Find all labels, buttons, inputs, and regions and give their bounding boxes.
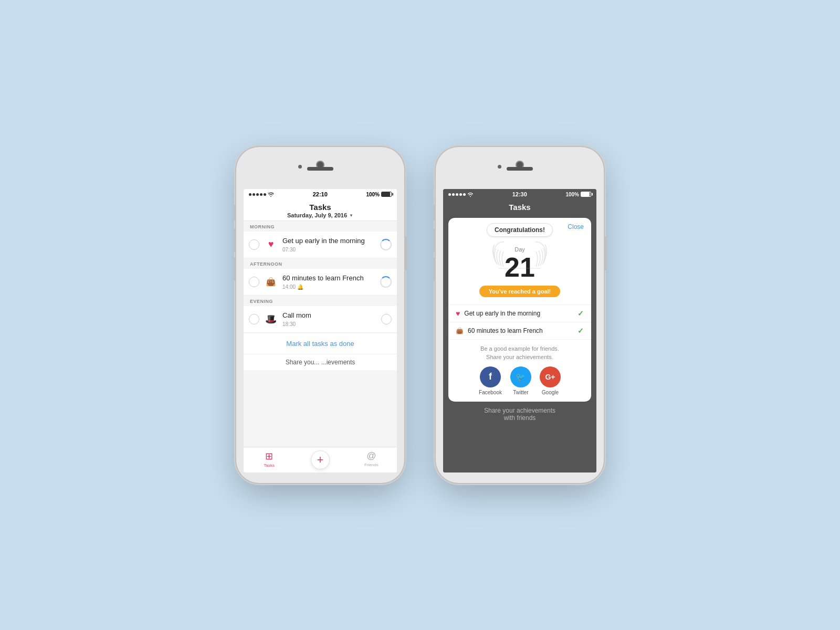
task-progress-afternoon: [380, 276, 392, 288]
twitter-icon: 🐦: [510, 366, 531, 387]
signal-dots-right: [448, 193, 466, 196]
completed-task-morning: ♥ Get up early in the morning ✓: [448, 304, 591, 322]
modal-overlay: Congratulations! Close: [443, 214, 596, 472]
volume-down-button: [234, 257, 236, 281]
signal-area: [249, 192, 274, 197]
volume-up-right: [433, 228, 436, 252]
task-time-evening: 18:30: [282, 321, 377, 327]
google-share[interactable]: G+ Google: [540, 366, 561, 395]
mute-button-right: [433, 205, 436, 220]
tab-add[interactable]: +: [295, 449, 345, 470]
plus-icon: +: [317, 454, 324, 466]
task-item-evening[interactable]: 🎩 Call mom 18:30: [244, 306, 397, 333]
section-evening: EVENING: [244, 296, 397, 306]
task-checkbox-morning[interactable]: [249, 239, 259, 250]
twitter-share[interactable]: 🐦 Twitter: [510, 366, 531, 395]
task-checkbox-afternoon[interactable]: [249, 277, 259, 287]
tasks-tab-icon: ⊞: [265, 450, 273, 462]
google-icon: G+: [540, 366, 561, 387]
task-name-afternoon: 60 minutes to learn French: [282, 274, 376, 283]
status-time-right: 12:30: [512, 191, 527, 197]
date-subtitle: Saturday, July 9, 2016 ▼: [249, 212, 392, 218]
volume-down-right: [433, 257, 436, 281]
alarm-icon: 🔔: [297, 284, 303, 290]
tasks-tab-label: Tasks: [264, 463, 274, 468]
share-section: Be a good example for friends.Share your…: [448, 339, 591, 402]
laurel-icon: [491, 239, 549, 271]
nav-header-left: Tasks Saturday, July 9, 2016 ▼: [244, 200, 397, 221]
task-checkbox-evening-right[interactable]: [381, 314, 392, 324]
bag-icon: 👜: [266, 277, 276, 287]
task-item-morning[interactable]: ♥ Get up early in the morning 07:30: [244, 232, 397, 258]
friends-tab-label: Friends: [364, 463, 379, 467]
right-screen: 12:30 100% Tasks Congratulations! Close: [443, 189, 596, 472]
hat-icon: 🎩: [265, 313, 277, 325]
checkmark-morning: ✓: [578, 309, 584, 318]
share-preview: Share you... ...ievements: [244, 354, 397, 370]
tab-bar-left: ⊞ Tasks + @ Friends: [244, 447, 397, 472]
phone-camera: [298, 165, 302, 169]
facebook-share[interactable]: f Facebook: [479, 366, 502, 395]
share-description: Be a good example for friends.Share your…: [456, 345, 584, 361]
bottom-share-text: Share your achievementswith friends: [484, 407, 555, 422]
battery-icon-right: [581, 192, 591, 197]
phone-speaker-right: [507, 167, 533, 171]
goal-badge: You've reached a goal!: [479, 286, 561, 297]
chevron-down-icon: ▼: [349, 213, 353, 218]
modal-header: Congratulations! Close: [448, 218, 591, 237]
task-text-evening: Call mom 18:30: [282, 311, 377, 327]
completed-task-name-morning: Get up early in the morning: [464, 310, 573, 317]
tab-friends[interactable]: @ Friends: [346, 449, 397, 470]
twitter-label: Twitter: [513, 390, 528, 395]
add-task-button[interactable]: +: [311, 450, 330, 469]
checkmark-afternoon: ✓: [578, 327, 584, 335]
task-text-afternoon: 60 minutes to learn French 14:00 🔔: [282, 274, 376, 290]
task-text-morning: Get up early in the morning 07:30: [282, 237, 376, 253]
signal-area-right: [448, 192, 474, 197]
google-label: Google: [542, 390, 559, 395]
task-time-morning: 07:30: [282, 247, 376, 253]
left-phone: 22:10 100% Tasks Saturday, July 9, 2016 …: [236, 147, 404, 483]
status-bar-left: 22:10 100%: [244, 189, 397, 200]
day-display: Day 21 You've reached a goal!: [448, 237, 591, 304]
wifi-icon: [268, 192, 274, 197]
power-button: [404, 236, 407, 270]
task-icon-afternoon: 👜: [264, 275, 278, 289]
facebook-icon: f: [480, 366, 501, 387]
section-afternoon: AFTERNOON: [244, 258, 397, 269]
phone-speaker: [307, 167, 333, 171]
task-item-afternoon[interactable]: 👜 60 minutes to learn French 14:00 🔔: [244, 269, 397, 296]
close-button[interactable]: Close: [568, 223, 584, 230]
page-title-right: Tasks: [448, 203, 591, 212]
congrats-modal: Congratulations! Close: [448, 218, 591, 402]
task-checkbox-evening[interactable]: [249, 314, 259, 324]
battery-pct-left: 100%: [366, 192, 380, 197]
tab-tasks[interactable]: ⊞ Tasks: [244, 449, 295, 470]
volume-up-button: [234, 228, 236, 252]
battery-pct-right: 100%: [565, 192, 579, 197]
task-progress-morning: [380, 239, 392, 250]
friends-tab-icon: @: [366, 450, 376, 461]
facebook-label: Facebook: [479, 390, 502, 395]
bag-icon-modal: 👜: [456, 327, 464, 334]
power-button-right: [604, 236, 606, 270]
section-morning: MORNING: [244, 221, 397, 232]
heart-icon-modal: ♥: [456, 309, 460, 318]
signal-dots: [249, 193, 266, 196]
task-icon-morning: ♥: [264, 237, 278, 252]
battery-area-right: 100%: [565, 192, 591, 197]
page-title-left: Tasks: [249, 203, 392, 212]
mark-all-button[interactable]: Mark all tasks as done: [244, 333, 397, 354]
nav-header-right: Tasks: [443, 200, 596, 214]
left-screen: 22:10 100% Tasks Saturday, July 9, 2016 …: [244, 189, 397, 472]
completed-task-afternoon: 👜 60 minutes to learn French ✓: [448, 322, 591, 339]
task-time-afternoon: 14:00 🔔: [282, 284, 376, 290]
congrats-label: Congratulations!: [487, 223, 553, 237]
task-name-evening: Call mom: [282, 311, 377, 320]
task-icon-evening: 🎩: [264, 312, 278, 327]
phone-camera-right: [498, 165, 501, 169]
right-phone: 12:30 100% Tasks Congratulations! Close: [436, 147, 604, 483]
completed-task-name-afternoon: 60 minutes to learn French: [468, 327, 573, 334]
tasks-list: MORNING ♥ Get up early in the morning 07…: [244, 221, 397, 447]
social-buttons-row: f Facebook 🐦 Twitter G+: [456, 366, 584, 395]
